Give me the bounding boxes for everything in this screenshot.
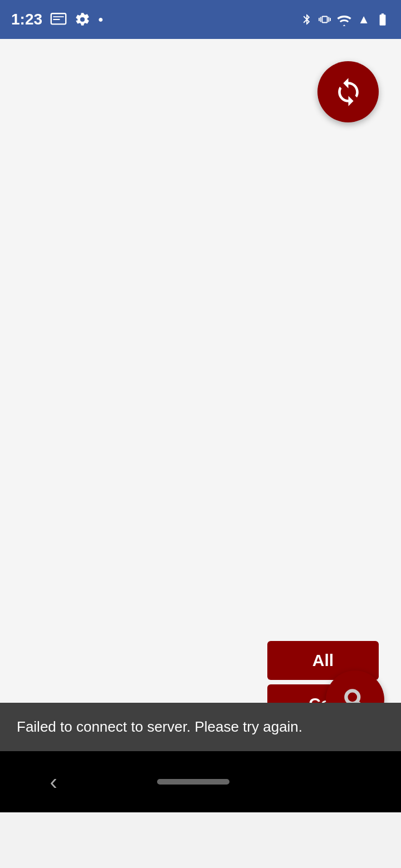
time-display: 1:23 — [11, 11, 42, 28]
message-icon — [50, 13, 67, 26]
vibrate-icon — [319, 12, 331, 27]
snackbar: Failed to connect to server. Please try … — [0, 703, 401, 751]
wifi-icon — [336, 13, 352, 26]
battery-icon — [375, 12, 390, 27]
navigation-bar: ‹ — [0, 751, 401, 812]
svg-rect-0 — [51, 13, 66, 24]
sync-button[interactable] — [317, 61, 379, 122]
dot-indicator: ● — [98, 14, 104, 24]
snackbar-message: Failed to connect to server. Please try … — [17, 718, 302, 735]
signal-icon: ▲ — [358, 12, 370, 27]
back-button[interactable]: ‹ — [50, 770, 57, 795]
settings-icon — [75, 12, 90, 27]
status-bar-left: 1:23 ● — [11, 11, 104, 28]
home-indicator[interactable] — [157, 779, 229, 785]
status-bar-right: ▲ — [301, 12, 390, 27]
bluetooth-icon — [301, 12, 313, 27]
status-bar: 1:23 ● ▲ — [0, 0, 401, 39]
main-content: All Cor Failed to connect to server. Ple… — [0, 39, 401, 751]
